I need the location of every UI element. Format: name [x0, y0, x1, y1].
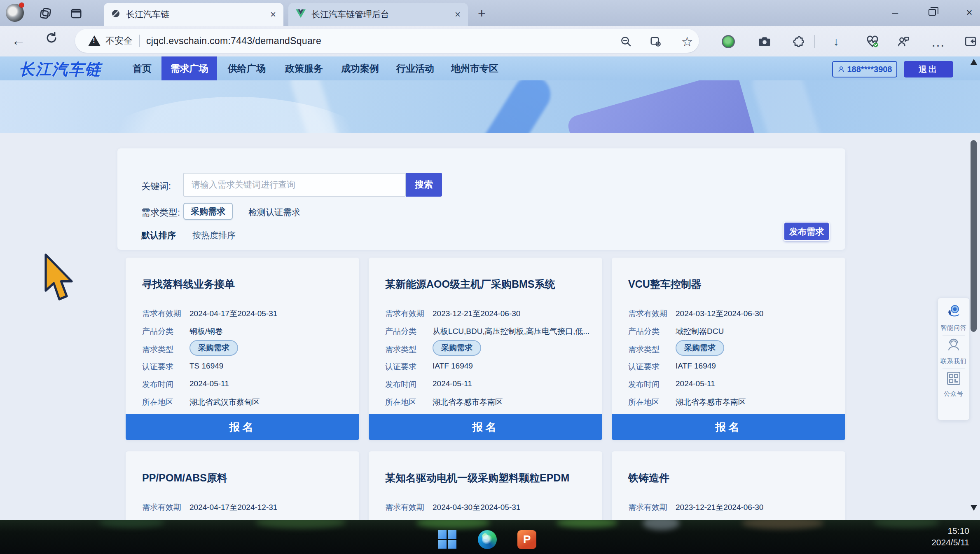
- page-viewport: 长江汽车链 首页 需求广场 供给广场 政策服务 成功案例 行业活动 地州市专区 …: [0, 56, 980, 522]
- scrollbar-up-arrow[interactable]: [971, 59, 977, 65]
- tab-close-icon[interactable]: ×: [455, 9, 461, 20]
- edge-browser-icon[interactable]: [478, 530, 497, 549]
- field-value: IATF 16949: [676, 362, 716, 371]
- new-tab-button[interactable]: +: [478, 6, 486, 21]
- field-value: 湖北省武汉市蔡甸区: [189, 397, 260, 408]
- demand-card[interactable]: 某新能源AOO级主机厂采购BMS系统 需求有效期 2023-12-21至2024…: [369, 258, 602, 440]
- favorite-star-icon[interactable]: ☆: [679, 33, 695, 50]
- restore-icon: [929, 9, 936, 16]
- extensions-puzzle-icon[interactable]: [790, 33, 806, 50]
- apply-button[interactable]: 报名: [369, 414, 602, 440]
- field-value: 2023-12-21至2024-06-30: [433, 308, 520, 319]
- not-secure-label[interactable]: 不安全: [105, 35, 133, 47]
- demand-type-badge: 采购需求: [189, 340, 238, 356]
- site-logo[interactable]: 长江汽车链: [19, 59, 101, 80]
- field-value: 湖北省孝感市孝南区: [433, 397, 503, 408]
- restore-button[interactable]: [918, 0, 947, 25]
- collections-save-icon[interactable]: [648, 33, 664, 50]
- screenshot-camera-icon[interactable]: [756, 33, 773, 50]
- filter-panel: 关键词: 搜索 需求类型: 采购需求 检测认证需求 默认排序 按热度排序 发布需…: [117, 148, 845, 250]
- field-value: 2024-05-11: [189, 379, 229, 388]
- hero-tablet-shape: [566, 80, 757, 133]
- start-icon: [448, 540, 456, 549]
- card-title: VCU整车控制器: [628, 277, 702, 291]
- headset-person-icon: [945, 337, 962, 355]
- card-title: PP/POM/ABS原料: [142, 471, 227, 485]
- refresh-button[interactable]: [44, 31, 58, 48]
- url-text[interactable]: cjqcl.evschain.com:7443/demandSquare: [146, 35, 321, 47]
- wallpaper-blob: [643, 520, 680, 530]
- start-button[interactable]: [438, 530, 457, 549]
- nav-item-supply-square[interactable]: 供给广场: [228, 56, 266, 80]
- field-label: 发布时间: [142, 379, 173, 390]
- keyword-input[interactable]: [183, 173, 406, 197]
- publish-demand-button[interactable]: 发布需求: [784, 222, 830, 241]
- close-button[interactable]: ×: [955, 0, 980, 25]
- sidebar-panel-icon[interactable]: [962, 33, 979, 50]
- tab-actions-icon[interactable]: [68, 6, 84, 21]
- demand-type-badge: 采购需求: [676, 340, 724, 356]
- nav-item-industry-events[interactable]: 行业活动: [396, 56, 434, 80]
- feedback-person-icon[interactable]: [895, 33, 912, 50]
- field-label: 需求有效期: [628, 308, 667, 319]
- back-button[interactable]: ←: [12, 33, 26, 49]
- type-option-purchase[interactable]: 采购需求: [183, 203, 233, 220]
- browser-essentials-icon[interactable]: [864, 33, 881, 50]
- field-label: 认证要求: [628, 362, 660, 372]
- contact-us-button[interactable]: 联系我们: [938, 336, 969, 369]
- field-label: 发布时间: [385, 379, 416, 390]
- nav-item-home[interactable]: 首页: [133, 56, 152, 80]
- field-value: 2024-05-11: [433, 379, 472, 388]
- type-option-certification[interactable]: 检测认证需求: [248, 207, 300, 218]
- not-secure-warning-icon[interactable]: [88, 35, 101, 46]
- floating-tools-panel: 智能问答 联系我们 公众号: [938, 298, 970, 420]
- powerpoint-icon[interactable]: [517, 530, 536, 549]
- demand-card[interactable]: VCU整车控制器 需求有效期 2024-03-12至2024-06-30 产品分…: [612, 258, 845, 440]
- sort-by-heat[interactable]: 按热度排序: [192, 230, 236, 241]
- start-icon: [448, 530, 456, 539]
- scrollbar-thumb[interactable]: [971, 140, 977, 332]
- downloads-icon[interactable]: ↓: [828, 33, 844, 50]
- address-bar[interactable]: 不安全 cjqcl.evschain.com:7443/demandSquare: [75, 29, 699, 53]
- taskbar-clock[interactable]: 15:10 2024/5/11: [931, 525, 969, 548]
- workspaces-icon[interactable]: [38, 6, 54, 21]
- demand-card[interactable]: PP/POM/ABS原料 需求有效期 2024-04-17至2024-12-31…: [126, 451, 359, 522]
- card-title: 寻找落料线业务接单: [142, 277, 235, 291]
- nav-item-city-zone[interactable]: 地州市专区: [451, 56, 498, 80]
- apply-button[interactable]: 报名: [612, 414, 845, 440]
- smart-qa-label: 智能问答: [940, 324, 967, 332]
- nav-item-demand-square[interactable]: 需求广场: [161, 56, 217, 80]
- search-button[interactable]: 搜索: [406, 173, 442, 197]
- scrollbar-down-arrow[interactable]: [971, 505, 977, 511]
- extension-green-dot-icon[interactable]: [722, 35, 735, 48]
- user-account-button[interactable]: 188****3908: [832, 61, 897, 77]
- demand-card[interactable]: 铁铸造件 需求有效期 2023-12-21至2024-06-30 产品分类: [612, 451, 845, 522]
- tab-admin-console[interactable]: 长江汽车链管理后台 ×: [288, 3, 468, 26]
- wallpaper-blob: [416, 520, 490, 528]
- field-value: 2024-04-30至2024-05-31: [433, 502, 520, 513]
- nav-item-success-cases[interactable]: 成功案例: [341, 56, 379, 80]
- card-title: 某知名驱动电机一级采购塑料颗粒EPDM: [385, 471, 569, 485]
- apply-button[interactable]: 报名: [126, 414, 359, 440]
- sort-default[interactable]: 默认排序: [141, 230, 176, 241]
- field-label: 产品分类: [628, 326, 660, 337]
- nav-item-policy-service[interactable]: 政策服务: [285, 56, 323, 80]
- wallpaper-blob: [741, 520, 824, 529]
- logout-button[interactable]: 退出: [904, 61, 953, 77]
- zoom-out-icon[interactable]: [618, 33, 634, 50]
- official-account-button[interactable]: 公众号: [938, 369, 969, 401]
- field-label: 产品分类: [142, 326, 173, 337]
- field-label: 认证要求: [142, 362, 173, 372]
- tab-close-icon[interactable]: ×: [270, 9, 276, 20]
- field-value: 钢板/钢卷: [189, 326, 223, 337]
- smart-qa-button[interactable]: 智能问答: [938, 301, 969, 335]
- demand-card[interactable]: 寻找落料线业务接单 需求有效期 2024-04-17至2024-05-31 产品…: [126, 258, 359, 440]
- more-menu-icon[interactable]: …: [930, 33, 946, 50]
- tab-demand-square[interactable]: 长江汽车链 ×: [104, 3, 283, 26]
- field-label: 需求类型: [142, 344, 173, 355]
- field-label: 需求类型: [385, 344, 416, 355]
- user-icon: [837, 66, 845, 73]
- user-phone: 188****3908: [847, 65, 892, 74]
- minimize-button[interactable]: –: [881, 0, 910, 25]
- demand-card[interactable]: 某知名驱动电机一级采购塑料颗粒EPDM 需求有效期 2024-04-30至202…: [369, 451, 602, 522]
